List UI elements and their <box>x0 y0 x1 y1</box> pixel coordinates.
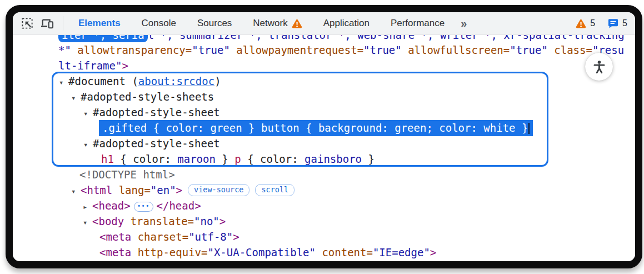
tab-label: Network <box>253 18 287 29</box>
code-text: > <box>122 59 128 72</box>
issue-badges: 5 5 <box>575 18 627 29</box>
more-tabs-chevron-icon[interactable]: » <box>455 17 472 30</box>
code-text: #adopted-style-sheet <box>93 106 220 118</box>
code-text: <head> <box>92 200 131 212</box>
elements-panel-dom-tree: iter *; serial *; summarizer *; translat… <box>13 35 635 261</box>
disclosure-right-icon[interactable]: ▸ <box>83 199 92 215</box>
code-text: h1 <box>101 153 114 165</box>
css-rule-selected[interactable]: .gifted { color: green } button { backgr… <box>13 120 635 136</box>
html-node[interactable]: ▾<html lang="en">view-sourcescroll <box>13 182 635 198</box>
code-text: "IE=edge" <box>373 246 430 258</box>
meta-http-equiv-node[interactable]: <meta http-equiv="X-UA-Compatible" conte… <box>13 245 635 260</box>
code-text: p <box>234 153 241 165</box>
code-text: maroon <box>177 153 216 165</box>
code-text: { color: <box>241 153 304 165</box>
code-text: lt-iframe" <box>58 59 122 72</box>
element-badge-view-source[interactable]: view-source <box>188 184 249 196</box>
tab-label: Sources <box>197 18 232 29</box>
warning-triangle-icon <box>292 19 302 28</box>
accessibility-button[interactable] <box>585 53 613 81</box>
expand-inline-button[interactable]: ••• <box>134 202 153 212</box>
devtools-toolbar: ElementsConsoleSourcesNetwork Applicatio… <box>13 12 635 35</box>
selected-text-highlight: .gifted { color: green } button { backgr… <box>99 120 533 136</box>
code-text: { color: <box>114 153 177 165</box>
doctype-node[interactable]: <!DOCTYPE html> <box>13 167 635 182</box>
tab-label: Application <box>323 18 370 29</box>
code-text: "X-UA-Compatible" <box>207 246 315 258</box>
dom-tree-rows: iter *; serial *; summarizer *; translat… <box>13 35 635 260</box>
body-node[interactable]: ▾<body translate="no"> <box>13 213 635 229</box>
code-text: ) <box>214 75 221 87</box>
accessibility-person-icon <box>592 59 607 74</box>
code-text: #adopted-style-sheet <box>93 137 220 150</box>
code-text: #document <box>68 75 126 87</box>
document-node[interactable]: ▾#document (about:srcdoc) <box>13 73 635 89</box>
code-text: "en" <box>151 184 176 196</box>
code-text: class= <box>554 44 592 56</box>
panel-tabs: ElementsConsoleSourcesNetwork Applicatio… <box>68 12 455 35</box>
css-rule-text[interactable]: h1 { color: maroon } p { color: gainsbor… <box>13 151 635 167</box>
console-messages-icon[interactable] <box>607 18 618 29</box>
code-text: l *; summarizer *; translator *; web-sha… <box>148 35 625 41</box>
code-text: .gifted { color: green } button { backgr… <box>102 122 528 134</box>
code-text: allowpaymentrequest= <box>236 44 363 56</box>
message-count: 5 <box>622 18 627 28</box>
code-text: } <box>362 153 375 165</box>
code-text: <!DOCTYPE html> <box>79 168 175 181</box>
code-text: <body <box>92 215 124 227</box>
tab-elements[interactable]: Elements <box>68 12 131 35</box>
tab-performance[interactable]: Performance <box>380 12 455 35</box>
tab-sources[interactable]: Sources <box>187 12 242 35</box>
code-text: </head> <box>157 200 201 212</box>
code-text: gainsboro <box>304 153 362 165</box>
tab-label: Console <box>142 18 176 29</box>
code-text: iter *; seria <box>58 35 148 42</box>
element-badge-scroll[interactable]: scroll <box>255 184 294 196</box>
head-node[interactable]: ▸<head>•••</head> <box>13 198 635 213</box>
disclosure-down-icon[interactable]: ▾ <box>83 137 93 152</box>
toggle-device-toolbar-icon[interactable] <box>40 16 54 31</box>
document-url-link[interactable]: about:srcdoc <box>138 75 214 87</box>
code-text: > <box>219 215 226 227</box>
code-text: charset= <box>131 231 188 243</box>
code-text: <meta <box>99 231 131 243</box>
devtools-window: ElementsConsoleSourcesNetwork Applicatio… <box>6 5 642 268</box>
disclosure-down-icon[interactable]: ▾ <box>83 106 93 121</box>
iframe-attributes-line[interactable]: *" allowtransparency="true" allowpayment… <box>13 42 635 58</box>
tab-application[interactable]: Application <box>313 12 380 35</box>
code-text: <meta <box>99 246 131 258</box>
code-text: "true" <box>192 44 236 56</box>
code-text: ( <box>126 75 138 87</box>
code-text: lang= <box>112 184 151 196</box>
disclosure-down-icon[interactable]: ▾ <box>83 215 92 230</box>
text-caret <box>528 123 530 134</box>
disclosure-down-icon[interactable]: ▾ <box>71 183 81 199</box>
tab-network[interactable]: Network <box>242 12 312 35</box>
code-text: } <box>216 153 234 165</box>
code-text: "true" <box>510 44 554 56</box>
code-text: > <box>176 184 182 196</box>
toolbar-separator <box>63 16 63 31</box>
code-text: content= <box>316 246 373 258</box>
tab-console[interactable]: Console <box>131 12 187 35</box>
disclosure-down-icon[interactable]: ▾ <box>59 74 68 90</box>
meta-charset-node[interactable]: <meta charset="utf-8"> <box>13 229 635 245</box>
disclosure-down-icon[interactable]: ▾ <box>71 90 81 106</box>
code-text: allowfullscreen= <box>408 44 510 56</box>
code-text: > <box>430 246 436 258</box>
tab-label: Elements <box>78 18 121 29</box>
code-text: allowtransparency= <box>77 44 192 56</box>
tab-label: Performance <box>391 18 445 29</box>
code-text: *" <box>58 44 77 56</box>
code-text: "utf-8" <box>188 231 233 243</box>
adopted-style-sheet-node-1[interactable]: ▾#adopted-style-sheet <box>13 104 635 120</box>
code-text: #adopted-style-sheets <box>81 91 214 103</box>
code-text: translate= <box>124 215 194 227</box>
iframe-tag-close-line[interactable]: lt-iframe"> <box>13 58 635 73</box>
adopted-style-sheets-node[interactable]: ▾#adopted-style-sheets <box>13 89 635 104</box>
code-text: <html <box>81 184 112 196</box>
adopted-style-sheet-node-2[interactable]: ▾#adopted-style-sheet <box>13 136 635 151</box>
inspect-element-icon[interactable] <box>20 16 34 31</box>
iframe-allow-attr-clipped-line[interactable]: iter *; serial *; summarizer *; translat… <box>13 35 635 42</box>
warning-triangle-icon[interactable] <box>575 18 586 29</box>
